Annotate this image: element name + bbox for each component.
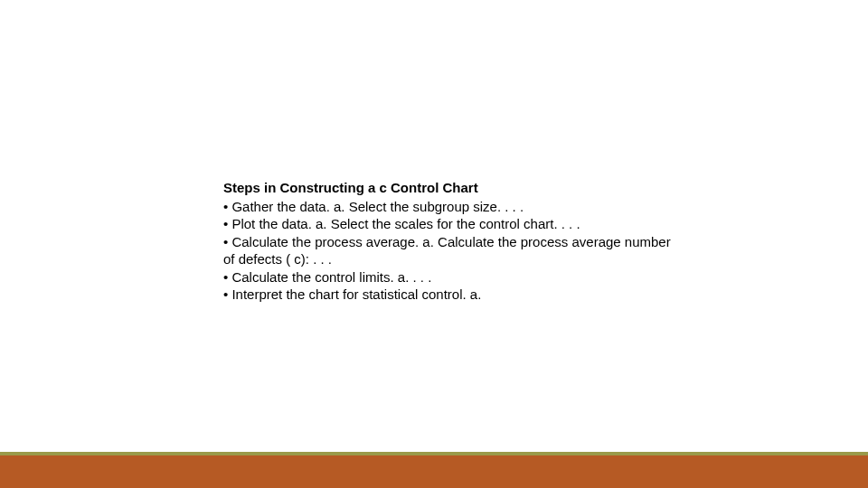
bullet-2: • Plot the data. a. Select the scales fo… xyxy=(223,215,675,233)
footer-bar xyxy=(0,455,868,488)
bullet-5: • Interpret the chart for statistical co… xyxy=(223,286,675,304)
bullet-4: • Calculate the control limits. a. . . . xyxy=(223,268,675,286)
slide: Steps in Constructing a c Control Chart … xyxy=(0,0,868,488)
content-block: Steps in Constructing a c Control Chart … xyxy=(223,179,675,304)
slide-title: Steps in Constructing a c Control Chart xyxy=(223,179,675,197)
bullet-1: • Gather the data. a. Select the subgrou… xyxy=(223,198,675,216)
bullet-3: • Calculate the process average. a. Calc… xyxy=(223,233,675,268)
